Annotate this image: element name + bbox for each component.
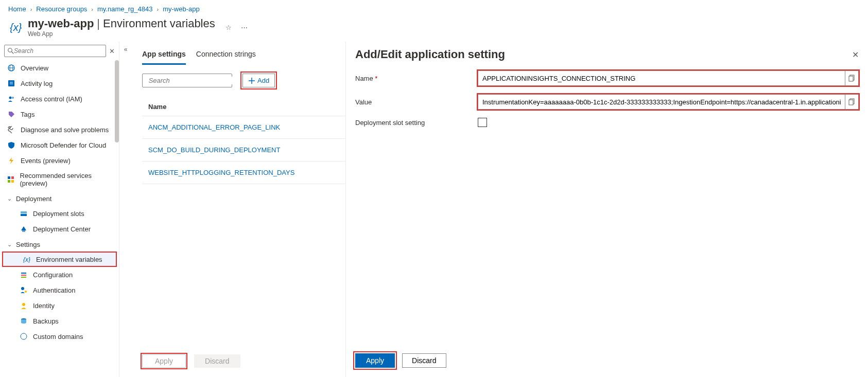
svg-rect-34 bbox=[849, 100, 853, 105]
settings-search-input[interactable] bbox=[149, 77, 236, 84]
nav-group-settings[interactable]: ⌄ Settings bbox=[0, 237, 119, 252]
slot-checkbox[interactable] bbox=[478, 118, 487, 127]
nav-label: Identity bbox=[33, 302, 55, 310]
person-key-icon bbox=[20, 286, 28, 294]
resource-header: {x} my-web-app | Environment variables W… bbox=[0, 17, 868, 42]
svg-line-2 bbox=[12, 52, 14, 54]
nav-deployment-center[interactable]: Deployment Center bbox=[0, 221, 119, 237]
nav-label: Configuration bbox=[33, 271, 73, 279]
panel-title: Add/Edit application setting bbox=[355, 48, 505, 61]
nav-custom-domains[interactable]: Custom domains bbox=[0, 329, 119, 344]
plus-icon bbox=[248, 77, 255, 84]
svg-rect-32 bbox=[849, 76, 853, 81]
svg-rect-15 bbox=[21, 211, 27, 213]
nav-label: Tags bbox=[21, 111, 34, 118]
copy-icon[interactable] bbox=[845, 94, 859, 110]
breadcrumb: Home › Resource groups › my.name_rg_4843… bbox=[0, 0, 868, 17]
breadcrumb-home[interactable]: Home bbox=[8, 5, 26, 13]
nav-deployment-slots[interactable]: Deployment slots bbox=[0, 206, 119, 221]
breadcrumb-rg[interactable]: my.name_rg_4843 bbox=[97, 5, 152, 13]
nav-label: Backups bbox=[33, 317, 59, 325]
nav-backups[interactable]: Backups bbox=[0, 313, 119, 329]
breadcrumb-resource-groups[interactable]: Resource groups bbox=[36, 5, 87, 13]
slots-icon bbox=[20, 209, 28, 218]
env-vars-icon: {x} bbox=[8, 20, 23, 34]
svg-point-10 bbox=[12, 97, 14, 99]
nav-label: Environment variables bbox=[36, 256, 102, 263]
search-icon bbox=[8, 48, 14, 54]
nav-overview[interactable]: Overview bbox=[0, 60, 119, 76]
nav-label: Custom domains bbox=[33, 333, 83, 340]
tag-icon bbox=[7, 110, 15, 118]
settings-search[interactable] bbox=[142, 74, 232, 87]
nav-events[interactable]: Events (preview) bbox=[0, 153, 119, 168]
apply-button-disabled: Apply bbox=[142, 354, 186, 368]
nav-authentication[interactable]: Authentication bbox=[0, 282, 119, 298]
nav-label: Deployment slots bbox=[33, 210, 84, 218]
svg-rect-16 bbox=[21, 214, 27, 216]
scrollbar[interactable] bbox=[115, 60, 119, 142]
nav-label: Overview bbox=[21, 64, 48, 72]
main-content: App settings Connection strings Add Name… bbox=[132, 42, 345, 377]
nav-environment-variables[interactable]: {x} Environment variables bbox=[2, 252, 117, 267]
more-menu-icon[interactable]: ⋯ bbox=[241, 24, 248, 31]
copy-icon[interactable] bbox=[845, 70, 859, 86]
nav-search[interactable] bbox=[4, 45, 106, 57]
label-slot: Deployment slot setting bbox=[355, 119, 478, 127]
lightning-icon bbox=[7, 156, 15, 165]
globe-icon bbox=[7, 64, 15, 72]
favorite-star-icon[interactable]: ☆ bbox=[225, 24, 232, 31]
name-field[interactable] bbox=[478, 70, 845, 86]
wrench-icon bbox=[7, 125, 15, 134]
env-vars-icon: {x} bbox=[23, 255, 31, 263]
close-icon[interactable]: ✕ bbox=[852, 50, 859, 60]
svg-rect-17 bbox=[22, 230, 25, 232]
nav-configuration[interactable]: Configuration bbox=[0, 267, 119, 282]
nav-diagnose[interactable]: Diagnose and solve problems bbox=[0, 122, 119, 137]
nav-group-label: Deployment bbox=[16, 195, 51, 203]
nav-label: Diagnose and solve problems bbox=[21, 126, 109, 134]
nav-group-deployment[interactable]: ⌄ Deployment bbox=[0, 191, 119, 206]
svg-rect-6 bbox=[8, 80, 14, 86]
svg-point-22 bbox=[21, 287, 24, 290]
settings-table: Name ANCM_ADDITIONAL_ERROR_PAGE_LINK SCM… bbox=[142, 98, 345, 184]
add-label: Add bbox=[257, 77, 269, 84]
nav-group-label: Settings bbox=[16, 241, 40, 248]
activity-log-icon bbox=[7, 79, 15, 87]
people-icon bbox=[7, 95, 15, 103]
edit-panel: Add/Edit application setting ✕ Name * Va… bbox=[345, 42, 868, 377]
add-button[interactable]: Add bbox=[242, 74, 275, 87]
nav-tags[interactable]: Tags bbox=[0, 106, 119, 122]
nav-recommended[interactable]: Recommended services (preview) bbox=[0, 168, 119, 191]
table-row[interactable]: SCM_DO_BUILD_DURING_DEPLOYMENT bbox=[142, 139, 345, 161]
grid-icon bbox=[7, 175, 15, 184]
sliders-icon bbox=[20, 271, 28, 279]
nav-defender[interactable]: Microsoft Defender for Cloud bbox=[0, 137, 119, 153]
identity-icon bbox=[20, 301, 28, 310]
clear-search-icon[interactable]: ✕ bbox=[109, 47, 115, 55]
deploy-center-icon bbox=[20, 225, 28, 233]
nav-identity[interactable]: Identity bbox=[0, 298, 119, 313]
value-field[interactable] bbox=[478, 94, 845, 110]
nav-access-control[interactable]: Access control (IAM) bbox=[0, 91, 119, 106]
backup-icon bbox=[20, 317, 28, 325]
svg-point-1 bbox=[8, 48, 12, 52]
column-header-name[interactable]: Name bbox=[142, 98, 345, 116]
chevron-right-icon: › bbox=[157, 6, 159, 12]
discard-button[interactable]: Discard bbox=[402, 353, 446, 368]
svg-text:{x}: {x} bbox=[10, 22, 22, 33]
left-nav: ✕ Overview Activity log Access control (… bbox=[0, 42, 119, 377]
breadcrumb-app[interactable]: my-web-app bbox=[163, 5, 200, 13]
nav-activity-log[interactable]: Activity log bbox=[0, 76, 119, 91]
apply-button[interactable]: Apply bbox=[355, 353, 395, 368]
discard-button-disabled: Discard bbox=[194, 354, 240, 368]
table-row[interactable]: ANCM_ADDITIONAL_ERROR_PAGE_LINK bbox=[142, 116, 345, 139]
nav-label: Activity log bbox=[21, 80, 53, 87]
collapse-nav-icon[interactable]: « bbox=[119, 42, 132, 377]
table-row[interactable]: WEBSITE_HTTPLOGGING_RETENTION_DAYS bbox=[142, 161, 345, 184]
nav-search-input[interactable] bbox=[14, 47, 102, 55]
tab-app-settings[interactable]: App settings bbox=[142, 45, 186, 65]
svg-point-9 bbox=[9, 97, 12, 99]
tab-connection-strings[interactable]: Connection strings bbox=[196, 45, 256, 65]
shield-icon bbox=[7, 141, 15, 149]
